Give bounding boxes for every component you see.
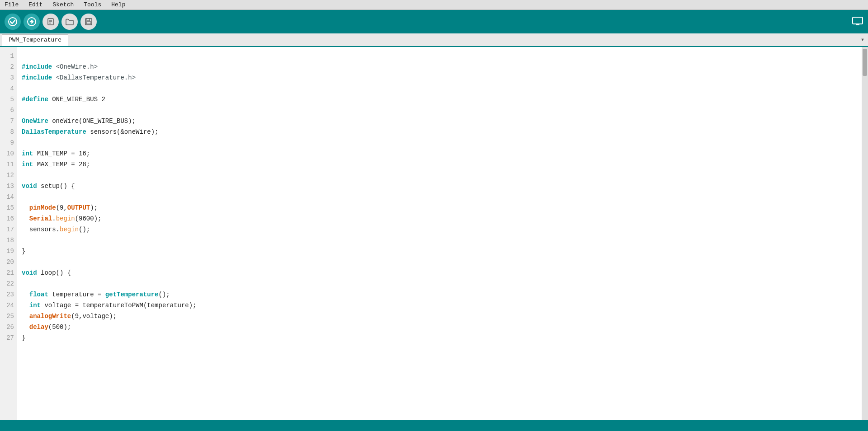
menu-file[interactable]: File — [3, 0, 20, 9]
tab-pwm-temperature[interactable]: PWM_Temperature — [2, 34, 68, 46]
line-num: 8 — [2, 126, 14, 137]
line-num: 14 — [2, 192, 14, 202]
tab-dropdown-button[interactable]: ▾ — [857, 33, 868, 46]
statusbar — [0, 420, 868, 431]
svg-rect-9 — [853, 17, 863, 24]
line-num: 3 — [2, 72, 14, 83]
line-num: 11 — [2, 159, 14, 170]
tab-label: PWM_Temperature — [9, 37, 61, 43]
line-num: 25 — [2, 311, 14, 322]
scrollbar-thumb[interactable] — [863, 49, 867, 76]
tabbar: PWM_Temperature ▾ — [0, 33, 868, 47]
line-num: 9 — [2, 137, 14, 148]
editor-container: 1 2 3 4 5 6 7 8 9 10 11 12 13 14 15 16 1… — [0, 47, 868, 420]
line-num: 16 — [2, 213, 14, 224]
line-num: 24 — [2, 300, 14, 311]
new-button[interactable] — [42, 14, 59, 30]
line-num: 21 — [2, 267, 14, 278]
toolbar — [0, 10, 868, 33]
line-num: 4 — [2, 83, 14, 94]
line-num: 13 — [2, 181, 14, 192]
vertical-scrollbar[interactable] — [862, 47, 868, 420]
line-num: 22 — [2, 278, 14, 289]
menubar: File Edit Sketch Tools Help — [0, 0, 868, 10]
verify-button[interactable] — [5, 14, 21, 30]
serial-monitor-icon[interactable] — [852, 16, 863, 28]
line-num: 5 — [2, 94, 14, 105]
menu-help[interactable]: Help — [109, 0, 127, 9]
line-num: 23 — [2, 289, 14, 300]
line-num: 15 — [2, 202, 14, 213]
line-numbers: 1 2 3 4 5 6 7 8 9 10 11 12 13 14 15 16 1… — [0, 47, 17, 420]
upload-button[interactable] — [24, 14, 40, 30]
line-num: 12 — [2, 170, 14, 181]
line-num: 20 — [2, 257, 14, 267]
line-num: 19 — [2, 246, 14, 257]
save-button[interactable] — [80, 14, 97, 30]
open-button[interactable] — [61, 14, 78, 30]
line-num: 1 — [2, 51, 14, 61]
menu-sketch[interactable]: Sketch — [51, 0, 75, 9]
svg-point-0 — [9, 18, 17, 26]
line-num: 10 — [2, 148, 14, 159]
line-num: 26 — [2, 322, 14, 333]
line-num: 18 — [2, 235, 14, 246]
line-num: 6 — [2, 105, 14, 116]
line-num: 7 — [2, 116, 14, 126]
line-num: 17 — [2, 224, 14, 235]
menu-edit[interactable]: Edit — [27, 0, 44, 9]
svg-rect-7 — [87, 19, 90, 21]
svg-rect-8 — [86, 22, 91, 24]
code-editor[interactable]: #include <OneWire.h> #include <DallasTem… — [17, 47, 862, 420]
line-num: 2 — [2, 61, 14, 72]
menu-tools[interactable]: Tools — [82, 0, 103, 9]
line-num: 27 — [2, 333, 14, 343]
